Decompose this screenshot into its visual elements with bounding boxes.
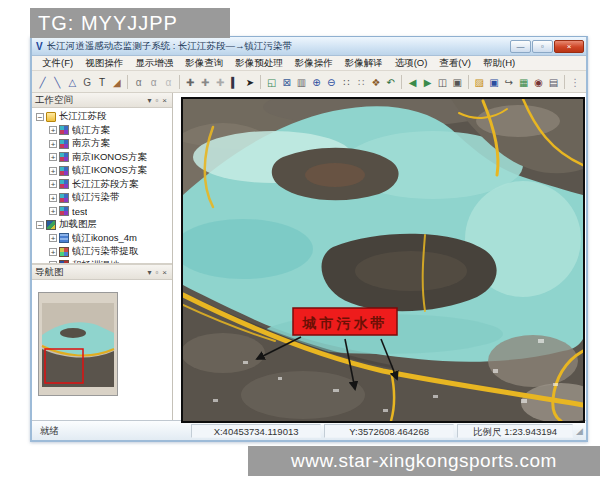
- menu-item[interactable]: 文件(F): [36, 56, 79, 70]
- export-icon[interactable]: ↪: [502, 74, 516, 90]
- tree-item[interactable]: +南京IKONOS方案: [32, 151, 172, 165]
- tree-toggle[interactable]: +: [49, 248, 57, 256]
- map-canvas[interactable]: 城市污水带: [181, 97, 585, 423]
- tree-toggle[interactable]: −: [36, 113, 44, 121]
- tree-toggle[interactable]: +: [49, 207, 57, 215]
- alpha-blend-3-icon[interactable]: α: [162, 74, 176, 90]
- menu-item[interactable]: 影像预处理: [229, 56, 289, 70]
- workspace-tree: −长江江苏段+镇江方案+南京方案+南京IKONOS方案+镇江IKONOS方案+长…: [32, 108, 172, 263]
- navigation-thumbnail[interactable]: [38, 292, 118, 396]
- panel-button[interactable]: ×: [160, 268, 169, 277]
- tree-toggle[interactable]: +: [49, 261, 57, 263]
- tree-item-label: 南京方案: [72, 137, 110, 150]
- menu-item[interactable]: 选项(O): [389, 56, 434, 70]
- tree-item[interactable]: +镇江IKONOS方案: [32, 164, 172, 178]
- split-view-icon[interactable]: ▥: [295, 74, 309, 90]
- maximize-button[interactable]: ▫: [532, 40, 553, 53]
- grip-icon[interactable]: ⋮: [568, 74, 582, 90]
- marker-2-icon[interactable]: ✚: [198, 74, 212, 90]
- print-icon[interactable]: ▤: [547, 74, 561, 90]
- tree-item[interactable]: +镇江污染带提取: [32, 245, 172, 259]
- tree-item[interactable]: −加载图层: [32, 218, 172, 232]
- tree-item-label: 和畅洲湿地: [72, 259, 120, 263]
- pan-icon[interactable]: ❖: [369, 74, 383, 90]
- resize-grip[interactable]: ◢: [576, 426, 583, 436]
- tree-toggle[interactable]: +: [49, 153, 57, 161]
- undo-icon[interactable]: ↶: [384, 74, 398, 90]
- tree-toggle[interactable]: +: [49, 167, 57, 175]
- tree-toggle[interactable]: +: [49, 126, 57, 134]
- draw-line-icon[interactable]: ╱: [36, 74, 50, 90]
- toolbar-separator: [127, 75, 128, 89]
- full-extent-icon[interactable]: ⊠: [280, 74, 294, 90]
- app-logo-icon: V: [36, 41, 43, 52]
- toolbar-separator: [564, 75, 565, 89]
- navigation-panel-title: 导航图: [35, 266, 145, 279]
- image-export-icon[interactable]: ▦: [517, 74, 531, 90]
- menu-item[interactable]: 视图操作: [79, 56, 129, 70]
- alpha-blend-1-icon[interactable]: α: [132, 74, 146, 90]
- select-cursor-icon[interactable]: ➤: [243, 74, 257, 90]
- tree-item[interactable]: +镇江污染带: [32, 191, 172, 205]
- tree-item-label: test: [72, 206, 87, 217]
- layers-panel-icon[interactable]: ▣: [450, 74, 464, 90]
- toolbar-separator: [401, 75, 402, 89]
- zoom-out-icon[interactable]: ⊖: [324, 74, 338, 90]
- menu-item[interactable]: 影像解译: [339, 56, 389, 70]
- erase-icon[interactable]: ◢: [110, 74, 124, 90]
- tree-item[interactable]: +镇江ikonos_4m: [32, 232, 172, 246]
- tree-item[interactable]: −长江江苏段: [32, 110, 172, 124]
- tree-toggle[interactable]: +: [49, 180, 57, 188]
- ink-icon[interactable]: ▍: [228, 74, 242, 90]
- menu-item[interactable]: 显示增强: [129, 56, 179, 70]
- status-bar: 就绪 X:40453734.119013 Y:3572608.464268 比例…: [32, 420, 586, 440]
- menu-item[interactable]: 影像查询: [179, 56, 229, 70]
- toolbar: ╱╲△GT◢ααα✚✚✚▍➤◱⊠▥⊕⊖∷∷❖↶◀▶◫▣▨▣↪▦◉▤⋮: [32, 71, 586, 93]
- tree-item-label: 镇江污染带提取: [72, 245, 139, 258]
- draw-curve-icon[interactable]: G: [80, 74, 94, 90]
- panel-button[interactable]: ×: [160, 96, 169, 105]
- minimize-button[interactable]: —: [510, 40, 531, 53]
- tree-toggle[interactable]: +: [49, 234, 57, 242]
- alpha-blend-2-icon[interactable]: α: [147, 74, 161, 90]
- open-folder-icon[interactable]: ▨: [472, 74, 486, 90]
- status-ready: 就绪: [35, 424, 188, 438]
- tree-item-label: 镇江污染带: [72, 191, 120, 204]
- back-icon[interactable]: ◀: [406, 74, 420, 90]
- fit-window-icon[interactable]: ◱: [265, 74, 279, 90]
- tree-item[interactable]: +长江江苏段方案: [32, 178, 172, 192]
- tree-item[interactable]: +镇江方案: [32, 124, 172, 138]
- tree-item-label: 长江江苏段: [59, 110, 107, 123]
- menu-item[interactable]: 帮助(H): [477, 56, 521, 70]
- draw-text-icon[interactable]: T: [95, 74, 109, 90]
- window-title: 长江河道遥感动态监测子系统 : 长江江苏段—→镇江污染带: [47, 40, 506, 53]
- menu-item[interactable]: 查看(V): [433, 56, 477, 70]
- raster-color-icon: [59, 247, 69, 257]
- pixel-grid-1-icon[interactable]: ∷: [339, 74, 353, 90]
- tree-item-label: 镇江ikonos_4m: [72, 232, 137, 245]
- draw-polyline-icon[interactable]: ╲: [50, 74, 64, 90]
- draw-polygon-icon[interactable]: △: [65, 74, 79, 90]
- tree-item[interactable]: +和畅洲湿地: [32, 259, 172, 264]
- tree-toggle[interactable]: −: [36, 221, 44, 229]
- stamp-icon[interactable]: ◉: [532, 74, 546, 90]
- workspace-panel-title: 工作空间: [35, 94, 145, 107]
- navigation-panel-header: 导航图 ▾▫×: [32, 265, 172, 280]
- forward-icon[interactable]: ▶: [421, 74, 435, 90]
- tree-toggle[interactable]: +: [49, 194, 57, 202]
- tree-item[interactable]: +test: [32, 205, 172, 219]
- marker-1-icon[interactable]: ✚: [183, 74, 197, 90]
- tree-toggle[interactable]: +: [49, 140, 57, 148]
- window-tile-icon[interactable]: ◫: [435, 74, 449, 90]
- raster-blue-icon: [59, 233, 69, 243]
- title-bar[interactable]: V 长江河道遥感动态监测子系统 : 长江江苏段—→镇江污染带 — ▫ ×: [32, 37, 586, 56]
- menu-item[interactable]: 影像操作: [289, 56, 339, 70]
- pixel-grid-2-icon[interactable]: ∷: [354, 74, 368, 90]
- marker-3-icon[interactable]: ✚: [213, 74, 227, 90]
- tree-item[interactable]: +南京方案: [32, 137, 172, 151]
- scheme-icon: [59, 193, 69, 203]
- save-icon[interactable]: ▣: [487, 74, 501, 90]
- close-button[interactable]: ×: [554, 40, 584, 53]
- pollution-annotation[interactable]: 城市污水带: [293, 308, 397, 335]
- zoom-in-icon[interactable]: ⊕: [309, 74, 323, 90]
